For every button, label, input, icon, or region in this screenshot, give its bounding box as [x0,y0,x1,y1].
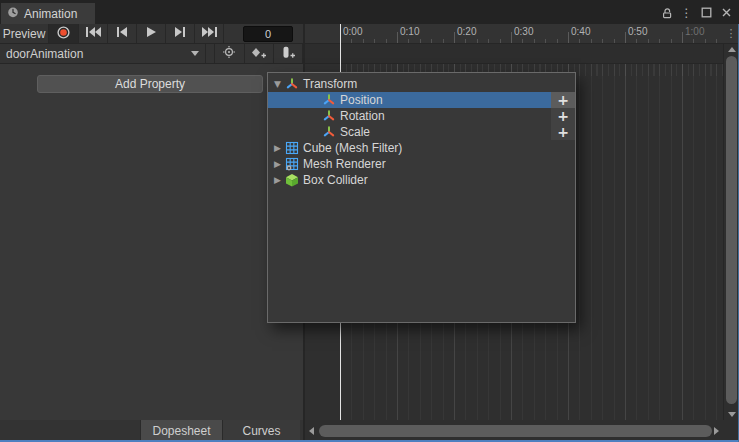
add-event-icon [280,45,296,63]
mesh-renderer-icon [284,157,299,172]
clip-toolbar: doorAnimation [0,44,303,64]
property-label: Scale [340,125,370,139]
animation-window: Animation ⋮ Previe [0,0,739,442]
scrollbar-corner [723,420,739,442]
timeline-ruler[interactable]: 0:000:100:200:300:400:501:00 [303,24,723,44]
tab-dopesheet-label: Dopesheet [152,424,210,438]
property-label: Cube (Mesh Filter) [303,141,402,155]
foldout-collapsed-icon[interactable]: ▶ [271,143,284,153]
vertical-scrollbar[interactable] [723,44,739,420]
scroll-right-icon[interactable] [714,427,719,435]
vertical-scrollbar-thumb[interactable] [726,56,737,404]
previous-frame-icon [115,26,129,41]
next-frame-button[interactable] [166,24,195,43]
property-label: Rotation [340,109,385,123]
add-event-button[interactable] [274,44,303,63]
scroll-up-icon[interactable] [728,47,736,52]
dopesheet-left-panel: Add Property [0,64,303,420]
record-icon [56,25,71,43]
add-property-button[interactable]: Add Property [37,75,263,93]
horizontal-scrollbar-thumb[interactable] [319,425,712,437]
record-button[interactable] [49,24,79,43]
property-label: Mesh Renderer [303,157,386,171]
property-row-scale[interactable]: Scale+ [268,124,575,140]
chevron-down-icon [191,51,199,56]
playback-toolbar: Preview [0,24,303,44]
skip-to-end-button[interactable] [195,24,224,43]
add-property-popup: ▼TransformPosition+Rotation+Scale+▶Cube … [267,72,576,323]
skip-to-start-button[interactable] [79,24,108,43]
filter-by-selection-icon [222,45,236,63]
transform-icon [321,109,336,124]
property-label: Transform [303,77,357,91]
play-button[interactable] [137,24,166,43]
add-keyframe-button[interactable] [245,44,274,63]
tab-dopesheet[interactable]: Dopesheet [140,420,222,442]
close-icon[interactable] [720,6,733,19]
timeline-menu-icon[interactable]: ⋮ [723,24,739,44]
property-label: Box Collider [303,173,368,187]
property-row-rotation[interactable]: Rotation+ [268,108,575,124]
unlock-icon[interactable] [660,6,673,19]
tab-title: Animation [24,7,77,21]
property-row-cube-mesh-filter[interactable]: ▶Cube (Mesh Filter) [268,140,575,156]
box-collider-icon [284,173,299,188]
add-property-plus-button[interactable]: + [551,124,575,140]
foldout-collapsed-icon[interactable]: ▶ [271,159,284,169]
filter-by-selection-button[interactable] [215,44,244,63]
foldout-collapsed-icon[interactable]: ▶ [271,175,284,185]
preview-label: Preview [3,27,46,41]
maximize-icon[interactable] [700,6,713,19]
frame-field[interactable] [243,26,293,42]
skip-to-start-icon [85,26,102,41]
clock-icon [7,6,19,21]
scroll-left-icon[interactable] [309,427,314,435]
skip-to-end-icon [201,26,218,41]
foldout-expanded-icon[interactable]: ▼ [271,79,284,89]
horizontal-scrollbar[interactable] [303,420,723,442]
next-frame-icon [173,26,187,41]
property-row-position[interactable]: Position+ [268,92,575,108]
property-label: Position [340,93,383,107]
title-bar: Animation ⋮ [0,0,739,24]
property-row-box-collider[interactable]: ▶Box Collider [268,172,575,188]
window-menu-icon[interactable]: ⋮ [680,6,693,19]
view-tab-bar: Dopesheet Curves [0,420,303,442]
previous-frame-button[interactable] [108,24,137,43]
tab-curves[interactable]: Curves [222,420,300,442]
mesh-filter-icon [284,141,299,156]
tab-curves-label: Curves [242,424,280,438]
add-keyframe-icon [250,45,267,63]
transform-icon [321,93,336,108]
clip-dropdown[interactable]: doorAnimation [0,44,206,63]
add-property-plus-button[interactable]: + [551,108,575,124]
clip-dropdown-value: doorAnimation [6,47,83,61]
transform-icon [284,77,299,92]
play-icon [145,26,157,41]
property-row-mesh-renderer[interactable]: ▶Mesh Renderer [268,156,575,172]
preview-button[interactable]: Preview [0,24,49,43]
property-row-transform[interactable]: ▼Transform [268,76,575,92]
timeline-header-strip[interactable] [303,44,723,64]
transform-icon [321,125,336,140]
scroll-down-icon[interactable] [728,412,736,417]
tab-animation[interactable]: Animation [1,3,95,24]
add-property-plus-button[interactable]: + [551,92,575,108]
